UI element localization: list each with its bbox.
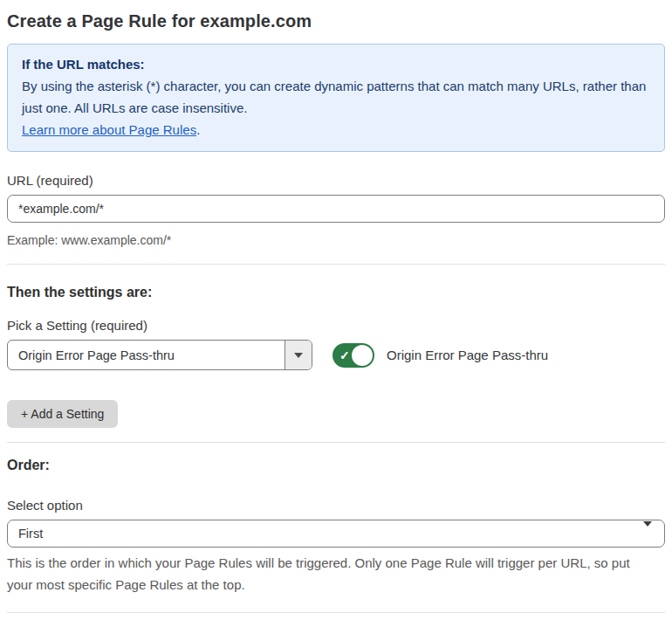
setting-controls-row: Origin Error Page Pass-thru ✓ Origin Err… (7, 340, 665, 370)
url-input[interactable] (7, 195, 665, 223)
setting-dropdown-value: Origin Error Page Pass-thru (8, 341, 285, 369)
settings-section-heading: Then the settings are: (7, 285, 665, 300)
caret-down-icon (643, 527, 652, 541)
create-page-rule-form: Create a Page Rule for example.com If th… (0, 0, 672, 620)
setting-dropdown[interactable]: Origin Error Page Pass-thru (7, 340, 312, 370)
check-icon: ✓ (339, 348, 350, 361)
order-select-value: First (18, 527, 43, 541)
divider (7, 442, 665, 443)
divider (7, 264, 665, 265)
page-title: Create a Page Rule for example.com (7, 10, 665, 32)
setting-toggle-label: Origin Error Page Pass-thru (387, 348, 548, 362)
info-box-heading: If the URL matches: (22, 53, 650, 75)
order-help-text: This is the order in which your Page Rul… (7, 552, 653, 596)
pick-setting-label: Pick a Setting (required) (7, 318, 665, 333)
learn-more-link[interactable]: Learn more about Page Rules (22, 122, 196, 137)
info-link-row: Learn more about Page Rules. (22, 119, 650, 141)
add-setting-button[interactable]: + Add a Setting (7, 400, 118, 428)
url-match-info-box: If the URL matches: By using the asteris… (7, 44, 665, 152)
setting-toggle-group: ✓ Origin Error Page Pass-thru (333, 343, 548, 368)
info-link-period: . (196, 122, 200, 137)
url-label: URL (required) (7, 173, 665, 188)
toggle-knob (352, 345, 373, 366)
url-example-text: Example: www.example.com/* (7, 230, 665, 251)
setting-toggle[interactable]: ✓ (333, 343, 374, 368)
caret-down-icon[interactable] (285, 341, 312, 369)
order-select[interactable]: First (7, 520, 665, 548)
info-box-body: By using the asterisk (*) character, you… (22, 75, 650, 119)
order-section-heading: Order: (7, 458, 665, 473)
divider (7, 612, 665, 613)
order-select-label: Select option (7, 498, 665, 513)
